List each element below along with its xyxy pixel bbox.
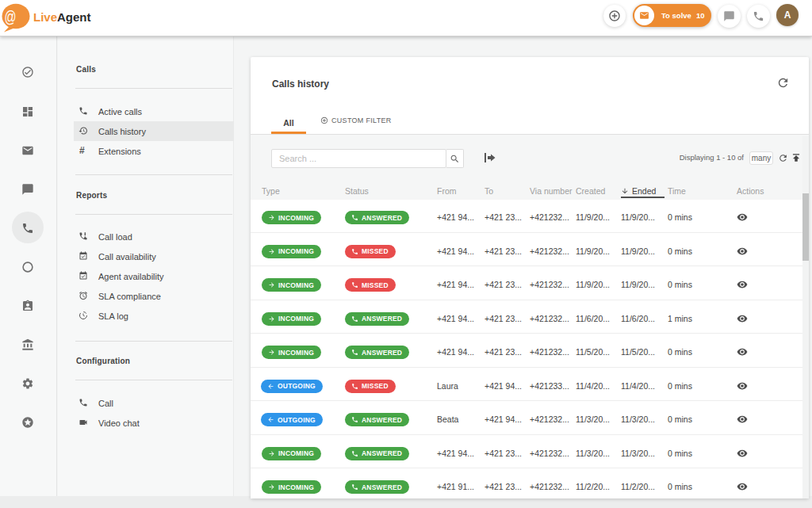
svg-text:@: @ (5, 8, 17, 25)
